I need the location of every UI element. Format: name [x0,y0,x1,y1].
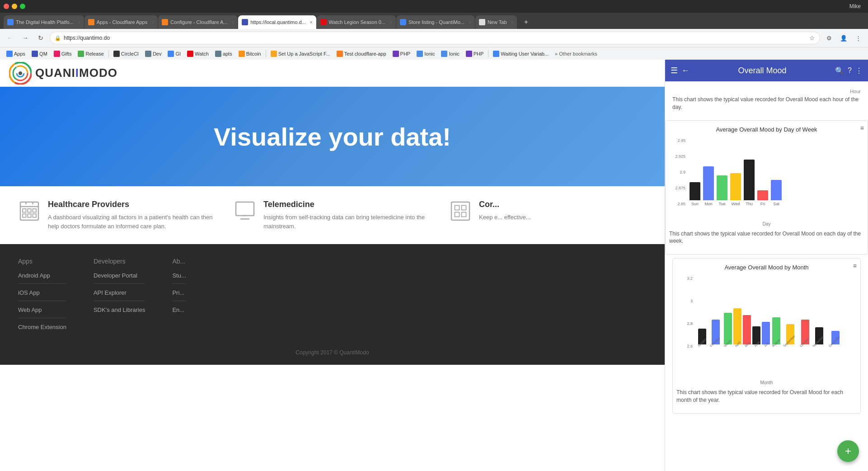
panel-menu-button[interactable]: ☰ [671,66,678,75]
fab-button[interactable]: + [837,440,859,462]
bookmark-qm[interactable]: QM [29,50,50,58]
bookmark-icon-php [393,51,399,57]
bookmark-icon[interactable]: ☆ [809,34,815,42]
bookmark-dev[interactable]: Dev [142,50,164,58]
panel-search-button[interactable]: 🔍 [835,66,844,75]
bookmark-icon-watch [187,51,193,57]
bookmark-watch[interactable]: Watch [184,50,211,58]
tab-label-5: Watch Legion Season 0... [329,19,386,25]
account-button[interactable]: 👤 [837,32,850,44]
bar-group-fri: Fri [757,190,768,206]
tab-close-2[interactable]: × [151,20,154,25]
bookmark-label-ionic1: Ionic [424,51,435,57]
footer-link-web[interactable]: Web App [18,306,66,318]
bar-label-sat: Sat [773,202,779,206]
bar-group-feb: February [709,320,722,349]
svg-rect-18 [236,202,254,216]
panel-content[interactable]: Hour This chart shows the typical value … [665,81,868,471]
telemedicine-icon [234,200,256,222]
bookmark-ionic2[interactable]: Ionic [438,50,462,58]
browser-chrome: Mike The Digital Health Platfo... × Apps… [0,0,868,60]
day-chart-menu[interactable]: ≡ [860,124,864,132]
tab-close-5[interactable]: × [389,20,392,25]
tab-7[interactable]: New Tab × [475,15,517,29]
footer-link-pri[interactable]: Pri... [172,289,186,301]
site-header: QUANIIMODO [0,60,665,87]
tab-6[interactable]: Store listing - QuantiMo... × [396,15,475,29]
bookmark-test-cf[interactable]: Test cloudflare-app [334,50,389,58]
footer-link-api-explorer[interactable]: API Explorer [94,289,145,301]
reload-button[interactable]: ↻ [34,32,47,44]
footer-link-android[interactable]: Android App [18,272,66,284]
month-chart-menu[interactable]: ≡ [853,262,857,269]
tab-close-3[interactable]: × [232,20,235,25]
bookmark-php[interactable]: PHP [390,50,413,58]
other-bookmarks[interactable]: » Other bookmarks [552,50,600,57]
bookmark-icon-bitcoin [239,51,245,57]
bookmark-apps[interactable]: Apps [4,50,28,58]
bookmark-circleci[interactable]: CircleCI [111,50,141,58]
bar-label-thu: Thu [746,202,753,206]
tab-2[interactable]: Apps - Cloudflare Apps × [84,15,158,29]
bookmark-release[interactable]: Release [75,50,106,58]
bar-group-mon: Mon [703,166,714,206]
bar-jul [762,322,770,344]
footer-link-chrome[interactable]: Chrome Extension [18,324,66,335]
feature-cor-title: Cor... [479,200,531,209]
extensions-button[interactable]: ⚙ [823,32,835,44]
bookmark-apts[interactable]: apts [212,50,235,58]
month-chart-description: This chart shows the typical value recor… [676,389,857,404]
bookmark-label-test-cf: Test cloudflare-app [344,51,386,57]
features-section: Healthcare Providers A dashboard visuali… [0,186,665,244]
bookmark-ionic1[interactable]: Ionic [414,50,437,58]
back-button[interactable]: ← [4,32,16,44]
tab-1[interactable]: The Digital Health Platfo... × [4,15,84,29]
bookmark-gifts[interactable]: Gifts [51,50,75,58]
minimize-button[interactable] [12,4,17,9]
footer-about-heading: Ab... [172,258,186,265]
more-button[interactable]: ⋮ [852,32,864,44]
bookmark-separator-1 [108,50,109,57]
footer-link-sdks[interactable]: SDK's and Libraries [94,306,145,318]
bookmark-bitcoin[interactable]: Bitcoin [236,50,264,58]
bookmark-gi[interactable]: GI [165,50,183,58]
window-controls[interactable] [4,4,25,9]
site-logo: QUANIIMODO [9,62,117,85]
feature-cor-content: Cor... Keep e... effective... [479,200,531,222]
footer-link-ios[interactable]: iOS App [18,289,66,301]
new-tab-button[interactable]: + [519,15,533,29]
panel-help-button[interactable]: ? [848,66,852,75]
maximize-button[interactable] [20,4,25,9]
footer-link-stu[interactable]: Stu... [172,272,186,284]
bookmark-label-php: PHP [400,51,411,57]
bookmark-waiting-user[interactable]: Waiting User Variab... [490,50,551,58]
tab-close-4[interactable]: × [310,20,313,25]
footer-link-en[interactable]: En... [172,306,186,318]
forward-button[interactable]: → [19,32,32,44]
panel-more-button[interactable]: ⋮ [855,66,863,75]
bookmark-php2[interactable]: PHP [463,50,487,58]
panel-back-button[interactable]: ← [681,66,690,75]
bar-group-nov: November [812,327,826,349]
close-button[interactable] [4,4,9,9]
tab-5[interactable]: Watch Legion Season 0... × [317,15,396,29]
tab-favicon-4 [242,19,248,25]
tab-close-6[interactable]: × [469,20,471,25]
bookmark-icon-waiting-user [493,51,499,57]
tab-4[interactable]: https://local.quantimo.d... × [238,15,316,29]
tab-3[interactable]: Configure - Cloudflare A... × [158,15,238,29]
website: QUANIIMODO Visualize your data! [0,60,665,471]
bar-group-jan: January [697,329,708,349]
tab-close-7[interactable]: × [511,20,514,25]
bar-group-sat: Sat [771,180,782,206]
svg-rect-10 [23,209,26,212]
footer-columns: Apps Android App iOS App Web App Chrome … [18,258,647,340]
bookmark-setup-js[interactable]: Set Up a JavaScript F... [268,50,333,58]
bookmark-separator-3 [488,50,488,57]
tab-close-1[interactable]: × [78,20,80,25]
address-bar[interactable]: 🔒 https://quantimo.do ☆ [50,32,820,44]
user-name: Mike [849,3,864,9]
hero-section: Visualize your data! [0,87,665,186]
y-label-4: 2.875 [675,186,685,190]
footer-link-developer-portal[interactable]: Developer Portal [94,272,145,284]
